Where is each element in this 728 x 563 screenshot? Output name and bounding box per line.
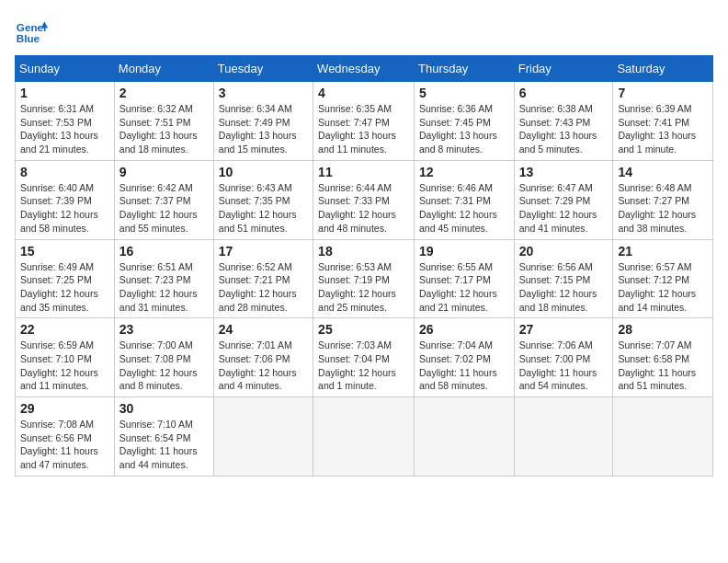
day-info: Sunrise: 6:31 AMSunset: 7:53 PMDaylight:… <box>20 102 109 156</box>
day-number: 20 <box>519 244 609 259</box>
day-number: 14 <box>618 165 708 179</box>
day-number: 15 <box>20 244 109 259</box>
week-row-4: 22Sunrise: 6:59 AMSunset: 7:10 PMDayligh… <box>16 318 713 397</box>
day-cell: 30Sunrise: 7:10 AMSunset: 6:54 PMDayligh… <box>114 397 213 477</box>
day-info: Sunrise: 6:48 AMSunset: 7:27 PMDaylight:… <box>618 181 708 236</box>
day-cell: 27Sunrise: 7:06 AMSunset: 7:00 PMDayligh… <box>514 318 613 397</box>
day-info: Sunrise: 6:56 AMSunset: 7:15 PMDaylight:… <box>519 260 609 315</box>
day-info: Sunrise: 6:39 AMSunset: 7:41 PMDaylight:… <box>618 102 708 156</box>
day-info: Sunrise: 6:34 AMSunset: 7:49 PMDaylight:… <box>219 102 308 156</box>
logo-icon: General Blue <box>15 15 48 48</box>
day-info: Sunrise: 6:32 AMSunset: 7:51 PMDaylight:… <box>119 102 209 156</box>
calendar-table: SundayMondayTuesdayWednesdayThursdayFrid… <box>15 55 713 477</box>
day-cell: 18Sunrise: 6:53 AMSunset: 7:19 PMDayligh… <box>313 239 415 318</box>
day-cell: 6Sunrise: 6:38 AMSunset: 7:43 PMDaylight… <box>514 82 613 161</box>
day-cell: 17Sunrise: 6:52 AMSunset: 7:21 PMDayligh… <box>213 239 313 318</box>
day-number: 25 <box>318 322 409 337</box>
day-cell: 21Sunrise: 6:57 AMSunset: 7:12 PMDayligh… <box>613 239 713 318</box>
day-cell <box>213 397 313 477</box>
day-cell: 9Sunrise: 6:42 AMSunset: 7:37 PMDaylight… <box>114 160 213 239</box>
day-cell: 16Sunrise: 6:51 AMSunset: 7:23 PMDayligh… <box>114 239 213 318</box>
day-cell <box>514 397 613 477</box>
day-number: 3 <box>219 86 308 100</box>
day-info: Sunrise: 7:03 AMSunset: 7:04 PMDaylight:… <box>318 339 409 393</box>
day-cell: 29Sunrise: 7:08 AMSunset: 6:56 PMDayligh… <box>16 397 115 477</box>
day-number: 4 <box>318 86 409 100</box>
day-number: 27 <box>519 322 609 337</box>
day-number: 10 <box>219 165 308 179</box>
day-cell: 1Sunrise: 6:31 AMSunset: 7:53 PMDaylight… <box>16 82 115 161</box>
day-info: Sunrise: 7:00 AMSunset: 7:08 PMDaylight:… <box>119 339 209 393</box>
day-info: Sunrise: 7:08 AMSunset: 6:56 PMDaylight:… <box>20 418 109 472</box>
day-cell: 24Sunrise: 7:01 AMSunset: 7:06 PMDayligh… <box>213 318 313 397</box>
day-number: 29 <box>20 401 109 416</box>
day-cell: 12Sunrise: 6:46 AMSunset: 7:31 PMDayligh… <box>415 160 515 239</box>
day-cell <box>613 397 713 477</box>
day-info: Sunrise: 6:49 AMSunset: 7:25 PMDaylight:… <box>20 260 109 315</box>
day-cell: 2Sunrise: 6:32 AMSunset: 7:51 PMDaylight… <box>114 82 213 161</box>
day-number: 1 <box>20 86 109 100</box>
day-info: Sunrise: 6:51 AMSunset: 7:23 PMDaylight:… <box>119 260 209 315</box>
day-cell <box>313 397 415 477</box>
day-number: 8 <box>20 165 109 179</box>
week-row-3: 15Sunrise: 6:49 AMSunset: 7:25 PMDayligh… <box>16 239 713 318</box>
day-info: Sunrise: 7:04 AMSunset: 7:02 PMDaylight:… <box>419 339 509 393</box>
day-number: 5 <box>419 86 509 100</box>
day-number: 28 <box>618 322 708 337</box>
day-cell: 22Sunrise: 6:59 AMSunset: 7:10 PMDayligh… <box>16 318 115 397</box>
day-cell: 26Sunrise: 7:04 AMSunset: 7:02 PMDayligh… <box>415 318 515 397</box>
col-header-sunday: Sunday <box>16 56 115 82</box>
logo: General Blue <box>15 15 48 48</box>
day-info: Sunrise: 6:35 AMSunset: 7:47 PMDaylight:… <box>318 102 409 156</box>
day-number: 13 <box>519 165 609 179</box>
week-row-1: 1Sunrise: 6:31 AMSunset: 7:53 PMDaylight… <box>16 82 713 161</box>
day-number: 22 <box>20 322 109 337</box>
day-number: 21 <box>618 244 708 259</box>
day-number: 30 <box>119 401 209 416</box>
day-info: Sunrise: 6:38 AMSunset: 7:43 PMDaylight:… <box>519 102 609 156</box>
day-number: 17 <box>219 244 308 259</box>
day-number: 9 <box>119 165 209 179</box>
col-header-thursday: Thursday <box>415 56 515 82</box>
day-info: Sunrise: 7:01 AMSunset: 7:06 PMDaylight:… <box>219 339 308 393</box>
day-number: 7 <box>618 86 708 100</box>
day-cell: 4Sunrise: 6:35 AMSunset: 7:47 PMDaylight… <box>313 82 415 161</box>
week-row-5: 29Sunrise: 7:08 AMSunset: 6:56 PMDayligh… <box>16 397 713 477</box>
day-cell: 5Sunrise: 6:36 AMSunset: 7:45 PMDaylight… <box>415 82 515 161</box>
day-info: Sunrise: 6:43 AMSunset: 7:35 PMDaylight:… <box>219 181 308 236</box>
day-number: 12 <box>419 165 509 179</box>
col-header-saturday: Saturday <box>613 56 713 82</box>
day-number: 6 <box>519 86 609 100</box>
day-cell <box>415 397 515 477</box>
day-cell: 10Sunrise: 6:43 AMSunset: 7:35 PMDayligh… <box>213 160 313 239</box>
day-info: Sunrise: 6:36 AMSunset: 7:45 PMDaylight:… <box>419 102 509 156</box>
day-cell: 15Sunrise: 6:49 AMSunset: 7:25 PMDayligh… <box>16 239 115 318</box>
day-number: 24 <box>219 322 308 337</box>
day-cell: 28Sunrise: 7:07 AMSunset: 6:58 PMDayligh… <box>613 318 713 397</box>
day-info: Sunrise: 6:53 AMSunset: 7:19 PMDaylight:… <box>318 260 409 315</box>
day-info: Sunrise: 6:57 AMSunset: 7:12 PMDaylight:… <box>618 260 708 315</box>
day-cell: 25Sunrise: 7:03 AMSunset: 7:04 PMDayligh… <box>313 318 415 397</box>
col-header-friday: Friday <box>514 56 613 82</box>
day-cell: 23Sunrise: 7:00 AMSunset: 7:08 PMDayligh… <box>114 318 213 397</box>
day-info: Sunrise: 6:42 AMSunset: 7:37 PMDaylight:… <box>119 181 209 236</box>
day-number: 2 <box>119 86 209 100</box>
day-cell: 11Sunrise: 6:44 AMSunset: 7:33 PMDayligh… <box>313 160 415 239</box>
week-row-2: 8Sunrise: 6:40 AMSunset: 7:39 PMDaylight… <box>16 160 713 239</box>
day-info: Sunrise: 6:55 AMSunset: 7:17 PMDaylight:… <box>419 260 509 315</box>
day-cell: 14Sunrise: 6:48 AMSunset: 7:27 PMDayligh… <box>613 160 713 239</box>
day-info: Sunrise: 6:46 AMSunset: 7:31 PMDaylight:… <box>419 181 509 236</box>
day-info: Sunrise: 7:07 AMSunset: 6:58 PMDaylight:… <box>618 339 708 393</box>
day-cell: 19Sunrise: 6:55 AMSunset: 7:17 PMDayligh… <box>415 239 515 318</box>
day-number: 23 <box>119 322 209 337</box>
col-header-monday: Monday <box>114 56 213 82</box>
day-cell: 7Sunrise: 6:39 AMSunset: 7:41 PMDaylight… <box>613 82 713 161</box>
day-number: 18 <box>318 244 409 259</box>
col-header-tuesday: Tuesday <box>213 56 313 82</box>
day-info: Sunrise: 6:59 AMSunset: 7:10 PMDaylight:… <box>20 339 109 393</box>
day-number: 26 <box>419 322 509 337</box>
day-info: Sunrise: 6:52 AMSunset: 7:21 PMDaylight:… <box>219 260 308 315</box>
day-number: 11 <box>318 165 409 179</box>
day-info: Sunrise: 6:40 AMSunset: 7:39 PMDaylight:… <box>20 181 109 236</box>
svg-text:Blue: Blue <box>17 32 40 44</box>
